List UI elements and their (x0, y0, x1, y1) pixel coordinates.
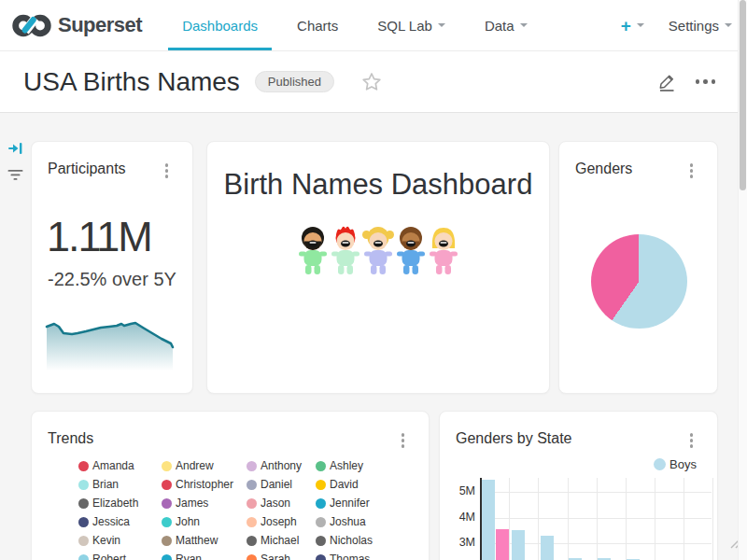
trends-legend: Amanda Andrew Anthony Ashley Brian Chris… (78, 456, 428, 560)
legend-color-dot (316, 480, 326, 490)
nav-item-charts[interactable]: Charts (277, 0, 358, 50)
main-nav: DashboardsChartsSQL LabData (162, 0, 546, 50)
gridline (684, 478, 684, 560)
legend-color-dot (78, 480, 89, 490)
child-figure (395, 224, 427, 277)
legend-item[interactable]: Robert (78, 550, 162, 560)
settings-menu[interactable]: Settings (669, 18, 732, 34)
card-title: Genders (575, 161, 632, 177)
legend-color-dot (162, 480, 172, 490)
legend-item[interactable]: Thomas (316, 550, 428, 560)
legend-item[interactable]: John (162, 512, 247, 531)
sparkline-area-chart (44, 315, 175, 373)
legend-item[interactable]: Nicholas (316, 531, 428, 550)
legend-item[interactable]: Joshua (316, 512, 428, 531)
gridline (481, 518, 712, 519)
gridline (712, 478, 713, 560)
legend-color-dot (316, 461, 326, 471)
top-navbar: Superset DashboardsChartsSQL LabData + S… (0, 0, 747, 51)
filter-icon[interactable] (7, 169, 23, 186)
chart-card-genders: Genders (558, 141, 718, 394)
gridline (509, 478, 510, 560)
legend-item[interactable]: Joseph (247, 512, 316, 531)
nav-item-data[interactable]: Data (465, 0, 547, 50)
dashboard-header: USA Births Names Published (0, 51, 747, 113)
legend-color-dot (316, 554, 326, 560)
markdown-card: Birth Names Dashboard (206, 141, 550, 394)
legend-item[interactable]: James (162, 494, 247, 512)
legend-item[interactable]: Ashley (316, 456, 428, 475)
superset-logo[interactable]: Superset (0, 13, 142, 38)
superset-infinity-icon (12, 13, 51, 38)
kebab-menu-icon[interactable] (163, 161, 171, 180)
chevron-down-icon (725, 23, 732, 27)
gridline (481, 492, 712, 493)
legend-color-dot (78, 517, 89, 527)
legend-item[interactable]: Jason (247, 494, 316, 512)
brand-name: Superset (58, 13, 142, 37)
bar-boys[interactable] (512, 530, 525, 560)
card-title: Participants (48, 161, 126, 177)
legend-item[interactable]: Daniel (247, 475, 316, 494)
legend-item[interactable]: Jennifer (316, 494, 428, 512)
legend-item[interactable]: Sarah (247, 550, 316, 560)
legend-color-dot (247, 517, 257, 527)
legend-item[interactable]: David (316, 475, 428, 494)
chevron-down-icon (637, 23, 644, 27)
more-actions-icon[interactable] (692, 76, 720, 88)
expand-filter-bar-icon[interactable] (7, 141, 23, 160)
legend-item[interactable]: Andrew (162, 456, 247, 475)
bar-boys[interactable] (541, 536, 554, 560)
legend-color-dot (78, 461, 89, 471)
legend-color-dot (162, 536, 172, 546)
header-actions (657, 72, 720, 91)
legend-color-dot (247, 554, 257, 560)
bar-boys[interactable] (482, 480, 495, 560)
legend-item[interactable]: Michael (247, 531, 316, 550)
gridline (626, 478, 627, 560)
chevron-down-icon (520, 23, 528, 27)
published-badge[interactable]: Published (255, 71, 334, 92)
legend-item[interactable]: Amanda (78, 456, 162, 475)
legend-color-dot (247, 498, 257, 509)
scrollbar-thumb[interactable] (740, 0, 746, 190)
big-number: 1.11M (47, 213, 151, 261)
plus-icon: + (621, 17, 631, 35)
chart-card-genders-by-state: Genders by State Boys 5M4M3M (439, 411, 718, 560)
legend-item[interactable]: Kevin (78, 531, 162, 550)
legend-item[interactable]: Matthew (162, 531, 247, 550)
y-axis-tick: 5M (440, 484, 477, 497)
settings-label: Settings (669, 18, 719, 34)
kebab-menu-icon[interactable] (688, 161, 696, 180)
genders-pie-chart (591, 234, 687, 329)
legend-item[interactable]: Anthony (247, 456, 316, 475)
superset-dashboard-page: Superset DashboardsChartsSQL LabData + S… (0, 0, 747, 560)
chart-card-trends: Trends Amanda Andrew Anthony Ashley Bria… (31, 411, 430, 560)
child-figure (428, 224, 459, 277)
chart-card-participants: Participants 1.11M -22.5% over 5Y (31, 141, 193, 394)
new-item-button[interactable]: + (621, 17, 644, 35)
page-scrollbar[interactable] (738, 0, 747, 560)
legend-color-dot (247, 536, 257, 546)
legend-item[interactable]: Elizabeth (78, 494, 162, 512)
trend-subheader: -22.5% over 5Y (48, 269, 176, 290)
y-axis-tick: 4M (440, 511, 477, 524)
child-figure (362, 224, 394, 277)
legend-item[interactable]: Christopher (162, 475, 247, 494)
child-figure (330, 224, 361, 277)
bar-girls[interactable] (496, 529, 509, 560)
edit-icon[interactable] (657, 72, 677, 91)
legend-color-dot (316, 498, 326, 509)
favorite-star-icon[interactable] (360, 71, 383, 93)
legend-item[interactable]: Jessica (78, 512, 162, 531)
kebab-menu-icon[interactable] (400, 431, 407, 450)
child-figure (297, 224, 329, 277)
gridline (538, 478, 539, 560)
legend-item[interactable]: Brian (78, 475, 162, 494)
legend-color-dot (162, 554, 172, 560)
nav-item-sql-lab[interactable]: SQL Lab (358, 0, 465, 50)
legend-item[interactable]: Ryan (162, 550, 247, 560)
nav-item-dashboards[interactable]: Dashboards (162, 0, 277, 50)
gridline (568, 478, 569, 560)
y-axis-tick: 3M (440, 536, 477, 549)
